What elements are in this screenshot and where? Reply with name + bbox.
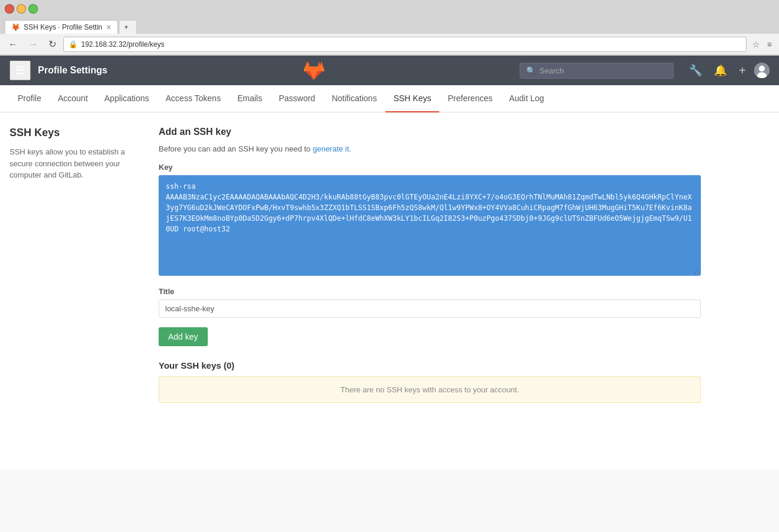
key-form-group: Key (159, 163, 701, 278)
title-bar-buttons (5, 4, 38, 14)
wrench-icon[interactable]: 🔧 (685, 62, 706, 79)
nav-tab-password[interactable]: Password (271, 85, 323, 112)
new-tab-button[interactable]: + (119, 20, 137, 34)
sidebar: SSH Keys SSH keys allow you to establish… (9, 127, 140, 403)
nav-tab-notifications[interactable]: Notifications (323, 85, 385, 112)
gitlab-app: ☰ Profile Settings 🔍 🔧 🔔 + (0, 56, 779, 470)
address-bar[interactable]: 🔒 192.168.32.32/profile/keys (63, 37, 746, 52)
nav-tab-ssh-keys[interactable]: SSH Keys (385, 85, 440, 112)
header-logo (303, 59, 324, 82)
nav-icons-right: ☆ ≡ (750, 37, 774, 51)
refresh-button[interactable]: ↻ (45, 36, 60, 52)
content-area: Add an SSH key Before you can add an SSH… (159, 127, 701, 403)
page-navigation: Profile Account Applications Access Toke… (0, 85, 779, 112)
nav-tab-account[interactable]: Account (50, 85, 96, 112)
info-text-prefix: Before you can add an SSH key you need t… (159, 144, 311, 153)
section-title: Add an SSH key (159, 127, 701, 137)
nav-tab-access-tokens[interactable]: Access Tokens (157, 85, 229, 112)
close-button[interactable] (5, 4, 14, 14)
no-keys-message: There are no SSH keys with access to you… (159, 376, 701, 403)
url-text: 192.168.32.32/profile/keys (81, 40, 741, 49)
user-avatar[interactable] (754, 63, 770, 78)
minimize-button[interactable] (17, 4, 26, 14)
title-bar (0, 0, 779, 18)
active-tab[interactable]: 🦊 SSH Keys · Profile Settin ✕ (5, 20, 118, 34)
search-icon: 🔍 (526, 66, 536, 75)
tab-bar: 🦊 SSH Keys · Profile Settin ✕ + (0, 18, 779, 34)
nav-tab-emails[interactable]: Emails (229, 85, 271, 112)
info-text: Before you can add an SSH key you need t… (159, 144, 701, 153)
nav-bar: ← → ↻ 🔒 192.168.32.32/profile/keys ☆ ≡ (0, 34, 779, 55)
nav-tab-preferences[interactable]: Preferences (439, 85, 500, 112)
nav-tab-profile[interactable]: Profile (9, 85, 50, 112)
key-textarea[interactable] (159, 175, 701, 276)
bell-icon[interactable]: 🔔 (710, 62, 730, 79)
title-form-group: Title (159, 287, 701, 318)
your-keys-title: Your SSH keys (0) (159, 360, 701, 370)
tab-close-icon[interactable]: ✕ (106, 24, 111, 31)
app-header: ☰ Profile Settings 🔍 🔧 🔔 + (0, 56, 779, 85)
forward-button[interactable]: → (25, 37, 41, 52)
key-label: Key (159, 163, 701, 172)
sidebar-toggle[interactable]: ☰ (9, 60, 31, 80)
search-box[interactable]: 🔍 (520, 63, 674, 79)
title-label: Title (159, 287, 701, 296)
your-keys-section: Your SSH keys (0) There are no SSH keys … (159, 360, 701, 403)
sidebar-title: SSH Keys (9, 127, 140, 139)
header-actions: 🔧 🔔 + (685, 62, 770, 80)
app-title: Profile Settings (38, 65, 107, 76)
browser-chrome: 🦊 SSH Keys · Profile Settin ✕ + ← → ↻ 🔒 … (0, 0, 779, 56)
no-keys-text: There are no SSH keys with access to you… (340, 385, 519, 394)
nav-tab-audit-log[interactable]: Audit Log (501, 85, 552, 112)
avatar-icon (754, 63, 770, 78)
sidebar-description: SSH keys allow you to establish a secure… (9, 146, 140, 181)
maximize-button[interactable] (28, 4, 38, 14)
tab-favicon: 🦊 (11, 23, 20, 31)
svg-point-1 (759, 66, 765, 72)
search-input[interactable] (539, 66, 667, 75)
title-input[interactable] (159, 299, 701, 318)
generate-link[interactable]: generate it. (313, 144, 351, 153)
menu-icon[interactable]: ≡ (765, 37, 774, 51)
add-key-button[interactable]: Add key (159, 327, 208, 346)
main-content: SSH Keys SSH keys allow you to establish… (0, 112, 710, 417)
tab-title: SSH Keys · Profile Settin (24, 23, 102, 31)
bookmark-icon[interactable]: ☆ (750, 37, 762, 51)
plus-icon[interactable]: + (735, 62, 749, 80)
back-button[interactable]: ← (5, 37, 21, 52)
gitlab-logo-icon (303, 59, 324, 80)
nav-tab-applications[interactable]: Applications (96, 85, 157, 112)
